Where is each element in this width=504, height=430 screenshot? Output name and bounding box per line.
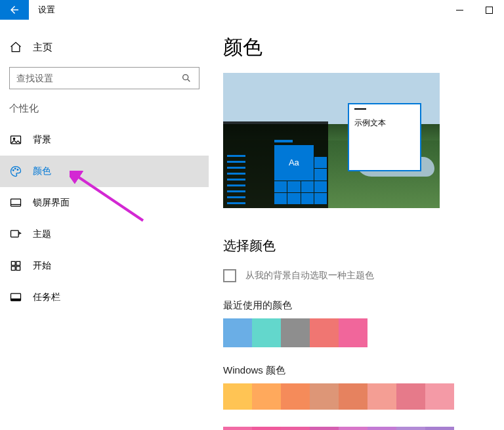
nav-label: 颜色	[33, 165, 51, 177]
nav-label: 锁屏界面	[33, 197, 70, 209]
recent-colors-label: 最近使用的颜色	[223, 299, 490, 312]
home-label: 主页	[33, 41, 52, 54]
color-swatch[interactable]	[223, 318, 252, 347]
color-swatch[interactable]	[339, 383, 368, 410]
sidebar: 主页 个性化 背景 颜色 锁屏界面	[0, 20, 209, 430]
svg-rect-14	[11, 267, 15, 270]
start-icon	[9, 259, 22, 272]
svg-rect-9	[11, 199, 21, 206]
color-swatch[interactable]	[223, 427, 252, 430]
nav-label: 主题	[33, 228, 51, 240]
nav-item-lockscreen[interactable]: 锁屏界面	[0, 187, 209, 219]
main-pane: 颜色 Aa 示例文本 选择颜色	[209, 20, 504, 430]
color-swatch[interactable]	[368, 383, 396, 410]
maximize-icon	[486, 7, 493, 14]
color-swatch[interactable]	[310, 318, 339, 347]
nav-item-colors[interactable]: 颜色	[0, 156, 209, 187]
color-swatch[interactable]	[281, 427, 310, 430]
color-swatch[interactable]	[368, 427, 396, 430]
svg-point-2	[183, 75, 188, 80]
search-container	[9, 67, 200, 89]
nav-item-taskbar[interactable]: 任务栏	[0, 282, 209, 313]
minimize-icon	[456, 7, 463, 14]
color-swatch[interactable]	[252, 383, 281, 410]
nav-label: 任务栏	[33, 291, 60, 303]
recent-colors-row	[223, 318, 465, 347]
windows-colors-row-2	[223, 427, 465, 430]
search-icon	[181, 73, 192, 83]
brush-icon	[9, 228, 22, 241]
home-link[interactable]: 主页	[0, 34, 209, 60]
preview-window: 示例文本	[348, 103, 421, 171]
nav-item-start[interactable]: 开始	[0, 250, 209, 282]
taskbar-icon	[9, 291, 22, 304]
nav-item-themes[interactable]: 主题	[0, 219, 209, 250]
checkbox-icon	[223, 269, 236, 282]
nav-item-background[interactable]: 背景	[0, 124, 209, 156]
app-title: 设置	[38, 4, 55, 16]
windows-colors-row-1	[223, 383, 465, 410]
minimize-button[interactable]	[445, 0, 474, 20]
color-swatch[interactable]	[339, 427, 368, 430]
color-swatch[interactable]	[310, 383, 339, 410]
preview-tile-text: Aa	[274, 145, 314, 181]
page-title: 颜色	[223, 34, 490, 61]
color-swatch[interactable]	[281, 318, 310, 347]
svg-rect-15	[16, 267, 20, 270]
home-icon	[9, 41, 22, 54]
nav-label: 开始	[33, 260, 51, 272]
color-swatch[interactable]	[396, 427, 425, 430]
search-input[interactable]	[9, 67, 200, 89]
nav-label: 背景	[33, 134, 51, 146]
svg-point-5	[13, 138, 15, 140]
svg-rect-17	[11, 299, 21, 301]
titlebar: 设置	[0, 0, 504, 20]
windows-colors-label: Windows 颜色	[223, 364, 490, 377]
color-swatch[interactable]	[396, 383, 425, 410]
svg-rect-1	[486, 7, 493, 13]
color-swatch[interactable]	[252, 427, 281, 430]
preview-sample-text: 示例文本	[354, 118, 415, 129]
svg-point-8	[17, 169, 18, 171]
color-swatch[interactable]	[252, 318, 281, 347]
svg-rect-13	[16, 261, 20, 265]
lockscreen-icon	[9, 196, 22, 209]
svg-point-6	[12, 170, 14, 171]
color-swatch[interactable]	[310, 427, 339, 430]
choose-color-heading: 选择颜色	[223, 237, 490, 255]
svg-point-7	[14, 168, 16, 169]
section-label: 个性化	[0, 102, 209, 124]
auto-pick-checkbox-row[interactable]: 从我的背景自动选取一种主题色	[223, 269, 490, 282]
maximize-button[interactable]	[474, 0, 504, 20]
color-preview: Aa 示例文本	[223, 73, 440, 208]
color-swatch[interactable]	[281, 383, 310, 410]
svg-rect-12	[11, 261, 15, 265]
color-swatch[interactable]	[425, 383, 454, 410]
window-controls	[445, 0, 504, 20]
arrow-left-icon	[9, 4, 20, 16]
color-swatch[interactable]	[339, 318, 368, 347]
palette-icon	[9, 165, 22, 178]
color-swatch[interactable]	[425, 427, 454, 430]
back-button[interactable]	[0, 0, 29, 20]
image-icon	[9, 133, 22, 146]
search-button[interactable]	[177, 67, 196, 89]
svg-line-3	[188, 79, 190, 81]
auto-pick-label: 从我的背景自动选取一种主题色	[245, 270, 374, 282]
color-swatch[interactable]	[223, 383, 252, 410]
svg-rect-11	[11, 230, 19, 237]
